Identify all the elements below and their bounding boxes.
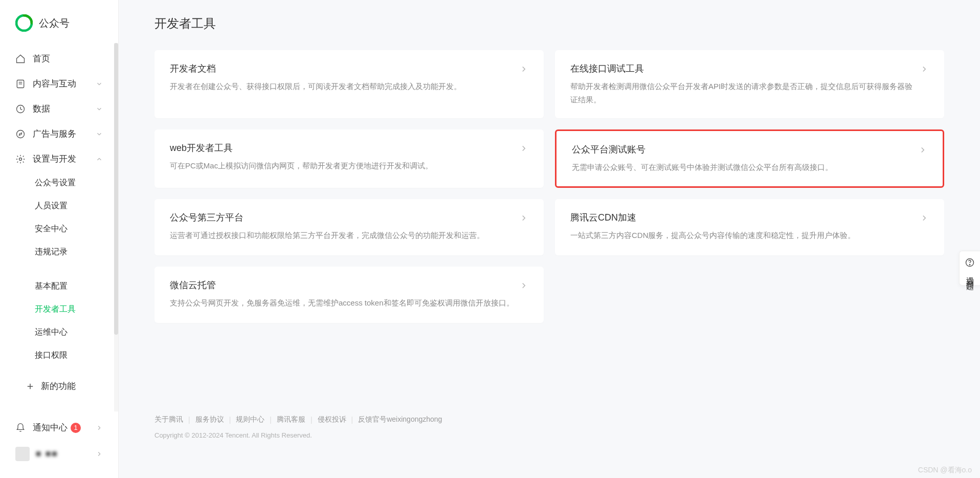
chevron-right-icon: [920, 62, 929, 74]
tool-card[interactable]: 公众平台测试账号 无需申请公众账号、可在测试账号中体验并测试微信公众平台所有高级…: [555, 129, 944, 188]
card-desc: 帮助开发者检测调用微信公众平台开发者API时发送的请求参数是否正确，提交信息后可…: [570, 80, 920, 106]
notifications-link[interactable]: 通知中心 1: [7, 415, 111, 440]
gear-icon: [15, 154, 26, 164]
avatar: [15, 447, 30, 461]
sub-staff-settings[interactable]: 人员设置: [27, 194, 111, 218]
card-desc: 一站式第三方内容CDN服务，提高公众号内容传输的速度和稳定性，提升用户体验。: [570, 229, 920, 242]
chevron-right-icon: [920, 211, 929, 223]
help-tab[interactable]: 遇到问题: [959, 251, 980, 286]
user-menu[interactable]: ■ ■■: [7, 440, 111, 468]
new-feature-button[interactable]: 新的功能: [17, 373, 101, 399]
card-title: 开发者文档: [170, 62, 519, 75]
sub-basic-config[interactable]: 基本配置: [27, 275, 111, 298]
clock-icon: [15, 104, 26, 114]
card-title: 公众平台测试账号: [572, 143, 918, 156]
nav-home[interactable]: 首页: [7, 46, 111, 71]
chevron-right-icon: [918, 143, 927, 155]
bell-icon: [15, 423, 26, 433]
card-desc: 可在PC或Mac上模拟访问微信内网页，帮助开发者更方便地进行开发和调试。: [170, 159, 519, 172]
chevron-right-icon: [519, 279, 528, 290]
nav-label: 设置与开发: [33, 153, 96, 165]
nav-label: 内容与互动: [33, 78, 96, 90]
footer-link[interactable]: 反馈官号weixingongzhong: [358, 415, 442, 424]
tool-card[interactable]: web开发者工具 可在PC或Mac上模拟访问微信内网页，帮助开发者更方便地进行开…: [154, 129, 544, 188]
card-title: 微信云托管: [170, 279, 519, 291]
main-content: 开发者工具 开发者文档 开发者在创建公众号、获得接口权限后，可阅读开发者文档帮助…: [119, 0, 980, 478]
chevron-down-icon: [96, 80, 103, 88]
brand-logo[interactable]: 公众号: [0, 0, 118, 46]
footer-link[interactable]: 关于腾讯: [154, 415, 183, 424]
sub-ops-center[interactable]: 运维中心: [27, 321, 111, 344]
tool-card[interactable]: 在线接口调试工具 帮助开发者检测调用微信公众平台开发者API时发送的请求参数是否…: [555, 50, 944, 118]
chevron-right-icon: [96, 424, 103, 431]
tool-card[interactable]: 公众号第三方平台 运营者可通过授权接口和功能权限给第三方平台开发者，完成微信公众…: [154, 199, 544, 255]
footer-link[interactable]: 侵权投诉: [318, 415, 346, 424]
chevron-right-icon: [519, 62, 528, 74]
home-icon: [15, 54, 26, 64]
chevron-right-icon: [519, 211, 528, 223]
nav-label: 广告与服务: [33, 128, 96, 140]
footer-link[interactable]: 规则中心: [236, 415, 264, 424]
new-feature-label: 新的功能: [41, 380, 76, 392]
nav-settings[interactable]: 设置与开发: [7, 146, 111, 171]
chevron-down-icon: [96, 131, 103, 138]
tool-card[interactable]: 微信云托管 支持公众号网页开发，免服务器免运维，无需维护access token…: [154, 267, 544, 323]
nav-label: 首页: [33, 53, 103, 64]
chevron-up-icon: [96, 156, 103, 163]
card-title: 公众号第三方平台: [170, 211, 519, 224]
footer-link[interactable]: 服务协议: [195, 415, 224, 424]
tool-card-grid: 开发者文档 开发者在创建公众号、获得接口权限后，可阅读开发者文档帮助完成接入及功…: [154, 50, 944, 323]
watermark: CSDN @看海o.o: [918, 466, 972, 475]
page-title: 开发者工具: [154, 15, 944, 32]
nav-label: 数据: [33, 103, 96, 115]
sidebar-scrollbar[interactable]: [114, 43, 118, 411]
chevron-right-icon: [519, 142, 528, 153]
user-name-masked: ■ ■■: [36, 449, 96, 459]
sub-security[interactable]: 安全中心: [27, 218, 111, 241]
card-title: 腾讯云CDN加速: [570, 211, 920, 224]
sidebar-footer: 通知中心 1 ■ ■■: [0, 415, 118, 478]
help-tab-label: 遇到问题: [965, 271, 975, 279]
card-title: 在线接口调试工具: [570, 62, 920, 75]
compass-icon: [15, 129, 26, 139]
notifications-badge: 1: [71, 423, 81, 433]
card-desc: 开发者在创建公众号、获得接口权限后，可阅读开发者文档帮助完成接入及功能开发。: [170, 80, 519, 93]
doc-icon: [15, 79, 26, 89]
sidebar: 公众号 首页 内容与互动 数据 广告与服务: [0, 0, 119, 478]
nav-data[interactable]: 数据: [7, 96, 111, 121]
footer-links: 关于腾讯|服务协议|规则中心|腾讯客服|侵权投诉|反馈官号weixingongz…: [154, 415, 944, 424]
svg-point-12: [969, 265, 970, 265]
card-desc: 无需申请公众账号、可在测试账号中体验并测试微信公众平台所有高级接口。: [572, 161, 918, 174]
question-icon: [965, 257, 975, 268]
brand-name: 公众号: [39, 16, 70, 30]
main-nav: 首页 内容与互动 数据 广告与服务 设置与开发: [0, 46, 118, 415]
sub-list-settings: 公众号设置 人员设置 安全中心 违规记录 基本配置 开发者工具 运维中心 接口权…: [7, 171, 111, 367]
copyright: Copyright © 2012-2024 Tencent. All Right…: [154, 431, 944, 439]
svg-marker-6: [19, 133, 22, 135]
card-title: web开发者工具: [170, 142, 519, 154]
chevron-down-icon: [96, 105, 103, 113]
nav-ads[interactable]: 广告与服务: [7, 121, 111, 146]
card-desc: 运营者可通过授权接口和功能权限给第三方平台开发者，完成微信公众号的功能开发和运营…: [170, 229, 519, 242]
sub-dev-tools[interactable]: 开发者工具: [27, 298, 111, 321]
page-footer: 关于腾讯|服务协议|规则中心|腾讯客服|侵权投诉|反馈官号weixingongz…: [154, 415, 944, 439]
chevron-right-icon: [96, 450, 103, 458]
svg-point-7: [19, 158, 22, 160]
nav-content[interactable]: 内容与互动: [7, 71, 111, 96]
card-desc: 支持公众号网页开发，免服务器免运维，无需维护access token和签名即可免…: [170, 296, 519, 310]
tool-card[interactable]: 腾讯云CDN加速 一站式第三方内容CDN服务，提高公众号内容传输的速度和稳定性，…: [555, 199, 944, 255]
plus-icon: [26, 382, 35, 391]
sub-api-permission[interactable]: 接口权限: [27, 344, 111, 367]
wechat-logo-icon: [15, 14, 33, 32]
svg-point-5: [17, 130, 25, 138]
sub-account-settings[interactable]: 公众号设置: [27, 171, 111, 194]
footer-link[interactable]: 腾讯客服: [277, 415, 305, 424]
tool-card[interactable]: 开发者文档 开发者在创建公众号、获得接口权限后，可阅读开发者文档帮助完成接入及功…: [154, 50, 544, 118]
sub-violation[interactable]: 违规记录: [27, 241, 111, 264]
notifications-label: 通知中心: [33, 422, 68, 433]
